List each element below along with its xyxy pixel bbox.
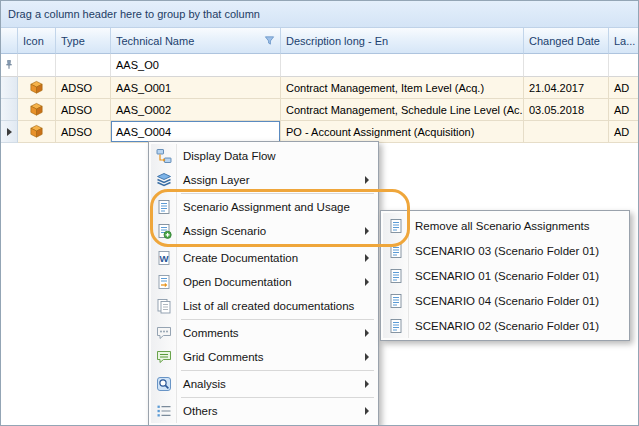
menu-item-label: SCENARIO 02 (Scenario Folder 01) bbox=[415, 320, 599, 332]
submenu-item-scenario-01[interactable]: SCENARIO 01 (Scenario Folder 01) bbox=[383, 263, 627, 288]
submenu-arrow-icon bbox=[365, 227, 369, 235]
cell-changed-date[interactable] bbox=[524, 121, 609, 143]
table-row[interactable]: ADSO AAS_O004 PO - Account Assignment (A… bbox=[1, 121, 638, 143]
menu-item-list-of-created-documentations[interactable]: List of all created documentations bbox=[151, 294, 376, 318]
menu-item-label: Display Data Flow bbox=[183, 150, 276, 162]
pin-icon bbox=[3, 59, 15, 71]
cell-technical-name[interactable]: AAS_O002 bbox=[111, 99, 281, 121]
scenario-usage-icon bbox=[156, 199, 172, 215]
adso-cube-icon bbox=[29, 80, 44, 95]
scenario-doc-icon bbox=[388, 268, 404, 284]
grid-header-row: Icon Type Technical Name Description lon… bbox=[1, 28, 638, 54]
column-header-label: Changed Date bbox=[529, 35, 600, 47]
group-by-text: Drag a column header here to group by th… bbox=[8, 8, 260, 20]
submenu-item-scenario-02[interactable]: SCENARIO 02 (Scenario Folder 01) bbox=[383, 313, 627, 338]
cell-icon[interactable] bbox=[18, 77, 56, 99]
cell-technical-name-focused[interactable]: AAS_O004 bbox=[111, 121, 281, 143]
create-doc-icon: W bbox=[156, 250, 172, 266]
column-header-icon[interactable]: Icon bbox=[18, 28, 56, 54]
menu-item-label: Analysis bbox=[183, 378, 226, 390]
menu-item-label: List of all created documentations bbox=[183, 300, 354, 312]
submenu-arrow-icon bbox=[365, 329, 369, 337]
menu-item-scenario-assignment-and-usage[interactable]: Scenario Assignment and Usage bbox=[151, 195, 376, 219]
menu-item-label: Open Documentation bbox=[183, 276, 292, 288]
submenu-arrow-icon bbox=[365, 254, 369, 262]
submenu-item-scenario-04[interactable]: SCENARIO 04 (Scenario Folder 01) bbox=[383, 288, 627, 313]
submenu-arrow-icon bbox=[365, 353, 369, 361]
cell-type[interactable]: ADSO bbox=[56, 121, 111, 143]
menu-item-comments[interactable]: Comments bbox=[151, 321, 376, 345]
context-menu: Display Data Flow Assign Layer Scenario … bbox=[148, 141, 379, 426]
column-header-label: Type bbox=[61, 35, 85, 47]
menu-item-assign-scenario[interactable]: Assign Scenario bbox=[151, 219, 376, 243]
column-header-last-changed[interactable]: La... bbox=[609, 28, 638, 54]
column-header-technical-name[interactable]: Technical Name bbox=[111, 28, 281, 54]
cell-type[interactable]: ADSO bbox=[56, 77, 111, 99]
menu-item-label: Assign Layer bbox=[183, 174, 249, 186]
cell-icon[interactable] bbox=[18, 121, 56, 143]
submenu-arrow-icon bbox=[365, 278, 369, 286]
column-header-label: Description long - En bbox=[286, 35, 388, 47]
group-by-panel[interactable]: Drag a column header here to group by th… bbox=[1, 1, 638, 28]
submenu-item-remove-all-scenario-assignments[interactable]: Remove all Scenario Assignments bbox=[383, 213, 627, 238]
filter-cell-type[interactable] bbox=[56, 54, 111, 77]
filter-funnel-icon[interactable] bbox=[264, 35, 275, 46]
filter-cell-changed-date[interactable] bbox=[524, 54, 609, 77]
menu-item-display-data-flow[interactable]: Display Data Flow bbox=[151, 144, 376, 168]
cell-technical-name[interactable]: AAS_O001 bbox=[111, 77, 281, 99]
cell-description[interactable]: Contract Management, Schedule Line Level… bbox=[281, 99, 524, 121]
cell-last-changed[interactable]: AD bbox=[609, 99, 638, 121]
column-header-label: Icon bbox=[23, 35, 44, 47]
cell-icon[interactable] bbox=[18, 99, 56, 121]
filter-cell-last-changed[interactable] bbox=[609, 54, 638, 77]
row-indicator bbox=[1, 99, 18, 121]
menu-item-label: Comments bbox=[183, 327, 239, 339]
open-doc-icon bbox=[156, 274, 172, 290]
table-row[interactable]: ADSO AAS_O002 Contract Management, Sched… bbox=[1, 99, 638, 121]
analysis-icon bbox=[156, 376, 172, 392]
column-header-type[interactable]: Type bbox=[56, 28, 111, 54]
column-header-changed-date[interactable]: Changed Date bbox=[524, 28, 609, 54]
filter-value: AAS_O0 bbox=[116, 59, 159, 71]
menu-item-label: Scenario Assignment and Usage bbox=[183, 201, 350, 213]
menu-item-label: SCENARIO 04 (Scenario Folder 01) bbox=[415, 295, 599, 307]
menu-item-analysis[interactable]: Analysis bbox=[151, 372, 376, 396]
adso-cube-icon bbox=[29, 102, 44, 117]
filter-cell-icon[interactable] bbox=[18, 54, 56, 77]
menu-item-label: SCENARIO 03 (Scenario Folder 01) bbox=[415, 245, 599, 257]
cell-description[interactable]: PO - Account Assignment (Acquisition) bbox=[281, 121, 524, 143]
menu-separator bbox=[181, 397, 374, 398]
menu-item-open-documentation[interactable]: Open Documentation bbox=[151, 270, 376, 294]
row-indicator-selected bbox=[1, 121, 18, 143]
cell-changed-date[interactable]: 03.05.2018 bbox=[524, 99, 609, 121]
menu-item-create-documentation[interactable]: W Create Documentation bbox=[151, 246, 376, 270]
filter-cell-technical-name[interactable]: AAS_O0 bbox=[111, 54, 281, 77]
submenu-arrow-icon bbox=[365, 380, 369, 388]
menu-item-assign-layer[interactable]: Assign Layer bbox=[151, 168, 376, 192]
scenario-doc-icon bbox=[388, 293, 404, 309]
menu-separator bbox=[181, 319, 374, 320]
cell-last-changed[interactable]: AD bbox=[609, 77, 638, 99]
menu-separator bbox=[181, 193, 374, 194]
menu-item-label: Others bbox=[183, 405, 218, 417]
cell-last-changed[interactable]: AD bbox=[609, 121, 638, 143]
cell-description[interactable]: Contract Management, Item Level (Acq.) bbox=[281, 77, 524, 99]
grid-filter-row: AAS_O0 bbox=[1, 54, 638, 77]
submenu-item-scenario-03[interactable]: SCENARIO 03 (Scenario Folder 01) bbox=[383, 238, 627, 263]
menu-item-others[interactable]: Others bbox=[151, 399, 376, 423]
others-icon bbox=[156, 403, 172, 419]
menu-separator bbox=[181, 244, 374, 245]
menu-item-label: Create Documentation bbox=[183, 252, 298, 264]
filter-cell-description[interactable] bbox=[281, 54, 524, 77]
table-row[interactable]: ADSO AAS_O001 Contract Management, Item … bbox=[1, 77, 638, 99]
scenario-doc-icon bbox=[388, 318, 404, 334]
doc-copies-icon bbox=[156, 298, 172, 314]
column-header-description[interactable]: Description long - En bbox=[281, 28, 524, 54]
cell-changed-date[interactable]: 21.04.2017 bbox=[524, 77, 609, 99]
svg-text:W: W bbox=[160, 253, 169, 264]
menu-item-label: Assign Scenario bbox=[183, 225, 266, 237]
menu-item-grid-comments[interactable]: Grid Comments bbox=[151, 345, 376, 369]
cell-type[interactable]: ADSO bbox=[56, 99, 111, 121]
header-indicator-cell bbox=[1, 28, 18, 54]
menu-item-label: SCENARIO 01 (Scenario Folder 01) bbox=[415, 270, 599, 282]
